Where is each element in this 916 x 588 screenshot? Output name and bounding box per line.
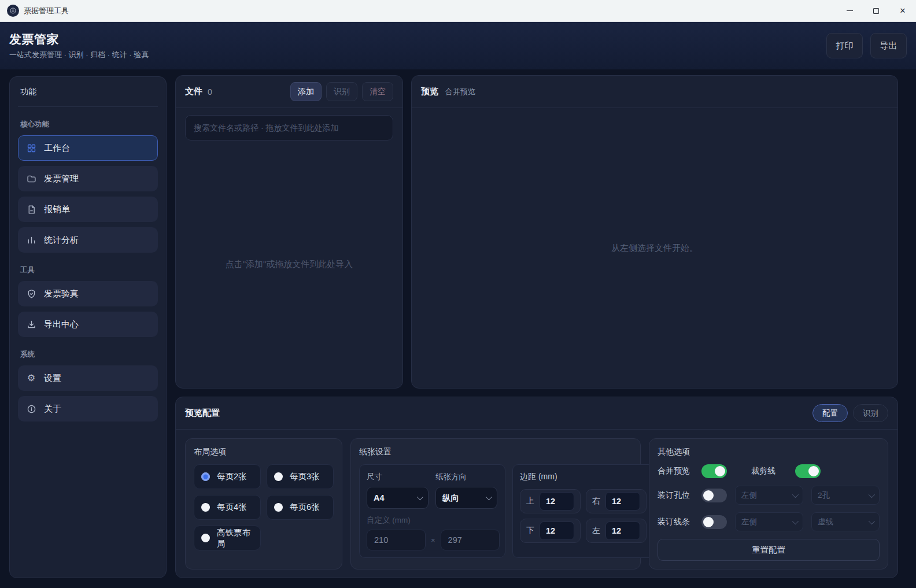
margin-left-input[interactable]	[605, 522, 640, 540]
layout-option-3-per-page[interactable]: 每页3张	[267, 464, 334, 489]
binding-holes-label: 装订孔位	[658, 490, 693, 501]
crop-line-toggle[interactable]	[795, 464, 821, 478]
margin-bottom-label: 下	[526, 526, 534, 536]
sidebar-item-workbench[interactable]: 工作台	[18, 135, 158, 161]
margin-right-input[interactable]	[605, 492, 640, 511]
binding-holes-type-select[interactable]: 2孔	[811, 486, 880, 505]
layout-option-label: 每页3张	[290, 471, 320, 482]
sidebar-item-label: 关于	[44, 404, 61, 415]
sidebar-item-invoice-management[interactable]: 发票管理	[18, 166, 158, 191]
radio-icon	[201, 534, 210, 542]
margin-left-cell: 左	[586, 519, 647, 543]
sidebar-item-label: 工作台	[44, 143, 70, 154]
sidebar-section-tools: 工具	[20, 265, 156, 275]
close-button[interactable]: ✕	[889, 0, 916, 22]
crop-line-label: 裁剪线	[751, 466, 787, 476]
other-options-card: 其他选项 合并预览 裁剪线 装订孔位 左侧 2孔	[649, 438, 888, 569]
files-dropzone[interactable]: 点击"添加"或拖放文件到此处导入	[176, 140, 402, 388]
folder-icon	[26, 173, 36, 184]
sidebar-item-invoice-verify[interactable]: 发票验真	[18, 281, 158, 306]
binding-line-toggle[interactable]	[701, 515, 727, 529]
clear-files-button[interactable]: 清空	[362, 82, 393, 101]
maximize-button[interactable]	[863, 0, 889, 22]
files-count: 0	[208, 87, 212, 97]
other-options-title: 其他选项	[658, 447, 880, 457]
config-panel-title: 预览配置	[185, 408, 220, 419]
paper-settings-card: 纸张设置 尺寸 纸张方向 A4 纵向	[350, 438, 641, 569]
orientation-select[interactable]: 纵向	[435, 487, 497, 509]
sidebar: 功能 核心功能 工作台 发票管理 报销单 统计分析 工具 发票验真 导	[9, 76, 167, 578]
chevron-down-icon	[486, 494, 492, 500]
file-search-input[interactable]	[185, 115, 393, 140]
sidebar-item-label: 设置	[44, 373, 61, 384]
radio-icon	[201, 472, 210, 481]
reset-config-button[interactable]: 重置配置	[658, 539, 880, 561]
sidebar-item-label: 发票管理	[44, 173, 79, 184]
binding-holes-side-select[interactable]: 左侧	[735, 486, 803, 505]
page-title: 发票管家	[9, 31, 149, 47]
sidebar-item-label: 报销单	[44, 204, 70, 215]
merge-preview-label: 合并预览	[658, 466, 693, 476]
sidebar-item-label: 导出中心	[44, 319, 79, 330]
sidebar-item-expense-report[interactable]: 报销单	[18, 197, 158, 222]
layout-option-label: 每页2张	[217, 471, 247, 482]
margin-right-cell: 右	[586, 489, 647, 513]
document-icon	[26, 204, 36, 215]
toggle-knob	[715, 466, 725, 476]
add-files-button[interactable]: 添加	[290, 82, 322, 101]
tab-recognize[interactable]: 识别	[853, 404, 888, 422]
print-button[interactable]: 打印	[826, 33, 863, 58]
layout-option-6-per-page[interactable]: 每页6张	[267, 495, 334, 520]
paper-size-value: A4	[374, 493, 385, 502]
toggle-knob	[703, 517, 714, 527]
preview-empty-text: 从左侧选择文件开始。	[611, 243, 698, 254]
orientation-value: 纵向	[442, 493, 459, 504]
preview-panel-title: 预览	[421, 86, 438, 97]
layout-options-title: 布局选项	[194, 447, 334, 457]
margins-box: 边距 (mm) 上 右 下	[512, 464, 654, 558]
binding-holes-side-value: 左侧	[741, 490, 757, 501]
chevron-down-icon	[869, 517, 875, 524]
info-icon	[26, 404, 36, 414]
tab-config[interactable]: 配置	[812, 404, 848, 422]
custom-width-input[interactable]	[367, 530, 426, 550]
chevron-down-icon	[417, 494, 423, 500]
layout-option-train-ticket[interactable]: 高铁票布局	[194, 526, 261, 550]
margin-bottom-input[interactable]	[540, 522, 574, 540]
page-subtitle: 一站式发票管理 · 识别 · 归档 · 统计 · 验真	[9, 50, 149, 60]
sidebar-section-core: 核心功能	[20, 120, 156, 130]
bar-chart-icon	[26, 235, 36, 245]
radio-icon	[201, 503, 210, 512]
preview-mode-label: 合并预览	[445, 87, 475, 97]
custom-height-input[interactable]	[441, 530, 500, 550]
binding-holes-toggle[interactable]	[701, 489, 727, 502]
margin-top-input[interactable]	[540, 492, 574, 511]
sidebar-item-statistics[interactable]: 统计分析	[18, 227, 158, 253]
paper-settings-title: 纸张设置	[359, 447, 632, 457]
minimize-button[interactable]	[836, 0, 863, 22]
export-button[interactable]: 导出	[870, 33, 907, 58]
files-empty-text: 点击"添加"或拖放文件到此处导入	[226, 259, 353, 270]
merge-preview-toggle[interactable]	[701, 464, 727, 478]
binding-line-type-select[interactable]: 虚线	[811, 512, 880, 531]
recognize-files-button[interactable]: 识别	[326, 82, 357, 101]
sidebar-item-about[interactable]: 关于	[18, 396, 158, 421]
margins-title: 边距 (mm)	[520, 472, 647, 482]
custom-size-label: 自定义 (mm)	[367, 515, 498, 526]
layout-option-2-per-page[interactable]: 每页2张	[194, 464, 261, 489]
binding-line-side-value: 左侧	[741, 517, 757, 527]
sidebar-item-export-center[interactable]: 导出中心	[18, 312, 158, 337]
paper-size-select[interactable]: A4	[367, 487, 429, 509]
files-panel: 文件 0 添加 识别 清空 点击"添加"或拖放文件到此处导入	[175, 75, 403, 389]
sidebar-item-label: 统计分析	[44, 235, 79, 246]
preview-panel: 预览 合并预览 从左侧选择文件开始。	[411, 75, 898, 389]
layout-option-label: 每页4张	[217, 502, 247, 513]
margin-left-label: 左	[592, 526, 600, 536]
window-title: 票据管理工具	[24, 6, 69, 16]
grid-icon	[26, 143, 36, 153]
sidebar-section-system: 系统	[20, 350, 156, 360]
margin-right-label: 右	[592, 496, 600, 506]
sidebar-item-settings[interactable]: ⚙ 设置	[18, 365, 158, 391]
binding-line-side-select[interactable]: 左侧	[735, 512, 803, 531]
layout-option-4-per-page[interactable]: 每页4张	[194, 495, 261, 520]
